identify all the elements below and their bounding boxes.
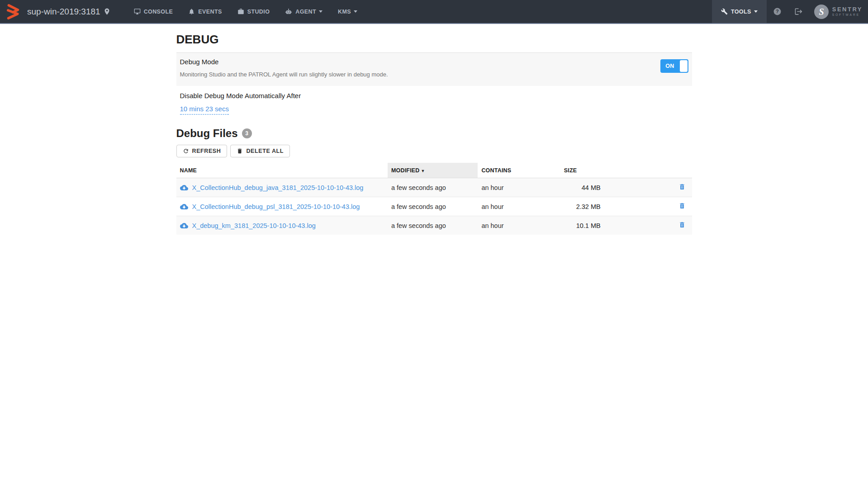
delete-file-button[interactable] <box>678 220 687 231</box>
delete-all-button[interactable]: DELETE ALL <box>230 145 290 157</box>
debug-settings-panel: Debug Mode Monitoring Studio and the PAT… <box>176 52 692 115</box>
cloud-download-icon <box>180 184 188 192</box>
help-button[interactable]: ? <box>767 0 788 23</box>
table-header-row: NAME MODIFIED▼ CONTAINS SIZE <box>176 163 692 178</box>
file-download-link[interactable]: X_CollectionHub_debug_java_3181_2025-10-… <box>192 184 364 191</box>
debug-mode-toggle[interactable]: ON <box>660 59 688 73</box>
sentry-software-brand[interactable]: S SENTRY SOFTWARE <box>814 0 863 23</box>
trash-icon <box>237 148 243 154</box>
column-header-modified[interactable]: MODIFIED▼ <box>388 163 478 178</box>
column-header-size[interactable]: SIZE <box>560 163 604 178</box>
auto-disable-label: Disable Debug Mode Automatically After <box>180 92 688 99</box>
nav-item-agent[interactable]: AGENT <box>277 0 330 23</box>
console-icon <box>134 8 141 15</box>
refresh-button[interactable]: REFRESH <box>176 145 228 157</box>
delete-file-button[interactable] <box>678 182 687 193</box>
agent-host-label: sup-win-2019:3181 <box>27 7 100 17</box>
debug-mode-label: Debug Mode <box>180 58 388 66</box>
top-navbar: sup-win-2019:3181 CONSOLE EVENTS <box>0 0 868 24</box>
svg-text:?: ? <box>776 9 779 14</box>
nav-item-label: STUDIO <box>247 9 270 15</box>
nav-item-label: KMS <box>338 9 351 15</box>
file-modified: a few seconds ago <box>388 178 478 197</box>
nav-item-events[interactable]: EVENTS <box>180 0 229 23</box>
page-title: DEBUG <box>176 33 692 47</box>
brand-name: SENTRY <box>832 6 863 12</box>
file-size: 10.1 MB <box>560 216 604 235</box>
nav-item-label: TOOLS <box>731 9 751 15</box>
nav-item-label: CONSOLE <box>144 9 173 15</box>
bell-icon <box>188 8 195 15</box>
brand-subtitle: SOFTWARE <box>832 14 863 17</box>
debug-mode-description: Monitoring Studio and the PATROL Agent w… <box>180 71 388 78</box>
main-content: DEBUG Debug Mode Monitoring Studio and t… <box>176 24 692 235</box>
cloud-download-icon <box>180 203 188 211</box>
chevron-down-icon <box>319 10 323 13</box>
file-contains: an hour <box>478 197 560 216</box>
wrench-icon <box>721 8 728 15</box>
navbar-right: TOOLS ? S SENTRY SOFTWARE <box>712 0 863 23</box>
auto-disable-row: Disable Debug Mode Automatically After 1… <box>176 86 692 115</box>
toolbox-icon <box>237 8 244 15</box>
nav-item-kms[interactable]: KMS <box>330 0 365 23</box>
column-header-name[interactable]: NAME <box>176 163 388 178</box>
file-contains: an hour <box>478 216 560 235</box>
debug-files-table: NAME MODIFIED▼ CONTAINS SIZE X_Collectio… <box>176 163 692 235</box>
nav-item-label: EVENTS <box>198 9 222 15</box>
brand-text: SENTRY SOFTWARE <box>832 6 863 17</box>
sign-out-icon <box>794 7 803 16</box>
debug-files-count-badge: 3 <box>242 128 252 138</box>
debug-files-title: Debug Files 3 <box>176 127 692 140</box>
location-pin-icon[interactable] <box>103 8 111 15</box>
nav-item-label: AGENT <box>295 9 316 15</box>
file-modified: a few seconds ago <box>388 216 478 235</box>
file-size: 44 MB <box>560 178 604 197</box>
agent-host-title: sup-win-2019:3181 <box>27 7 111 17</box>
table-row: X_CollectionHub_debug_psl_3181_2025-10-1… <box>176 197 692 216</box>
toggle-knob <box>680 60 688 72</box>
trash-icon <box>678 202 686 209</box>
delete-file-button[interactable] <box>678 201 687 212</box>
table-row: X_debug_km_3181_2025-10-10-10-43.log a f… <box>176 216 692 235</box>
file-download-link[interactable]: X_debug_km_3181_2025-10-10-10-43.log <box>192 222 316 229</box>
sentry-logo-icon: S <box>814 4 829 19</box>
column-header-actions <box>604 163 692 178</box>
main-nav: CONSOLE EVENTS STUDIO <box>126 0 365 23</box>
logout-button[interactable] <box>788 0 809 23</box>
navbar-left: sup-win-2019:3181 <box>4 0 111 23</box>
refresh-icon <box>183 148 189 154</box>
svg-text:S: S <box>819 7 824 17</box>
file-size: 2.32 MB <box>560 197 604 216</box>
column-header-modified-label: MODIFIED <box>391 167 420 174</box>
file-modified: a few seconds ago <box>388 197 478 216</box>
navbar-spacer <box>365 0 712 23</box>
robot-icon <box>285 8 292 15</box>
question-circle-icon: ? <box>773 7 782 16</box>
file-contains: an hour <box>478 178 560 197</box>
table-row: X_CollectionHub_debug_java_3181_2025-10-… <box>176 178 692 197</box>
trash-icon <box>678 183 686 190</box>
debug-files-toolbar: REFRESH DELETE ALL <box>176 145 692 157</box>
nav-item-console[interactable]: CONSOLE <box>126 0 181 23</box>
nav-item-tools[interactable]: TOOLS <box>712 0 767 23</box>
sort-desc-icon: ▼ <box>421 169 425 173</box>
chevron-down-icon <box>754 10 758 13</box>
chevron-down-icon <box>354 10 357 13</box>
toggle-on-label: ON <box>660 63 680 69</box>
debug-mode-row: Debug Mode Monitoring Studio and the PAT… <box>176 53 692 86</box>
nav-item-studio[interactable]: STUDIO <box>230 0 278 23</box>
cloud-download-icon <box>180 222 188 230</box>
auto-disable-duration-link[interactable]: 10 mins 23 secs <box>180 105 229 115</box>
file-download-link[interactable]: X_CollectionHub_debug_psl_3181_2025-10-1… <box>192 203 360 210</box>
delete-all-button-label: DELETE ALL <box>246 148 284 154</box>
monitoring-studio-logo-icon <box>4 2 23 21</box>
debug-mode-text: Debug Mode Monitoring Studio and the PAT… <box>180 58 388 81</box>
debug-files-title-text: Debug Files <box>176 127 238 140</box>
trash-icon <box>678 221 686 228</box>
refresh-button-label: REFRESH <box>192 148 221 154</box>
column-header-contains[interactable]: CONTAINS <box>478 163 560 178</box>
